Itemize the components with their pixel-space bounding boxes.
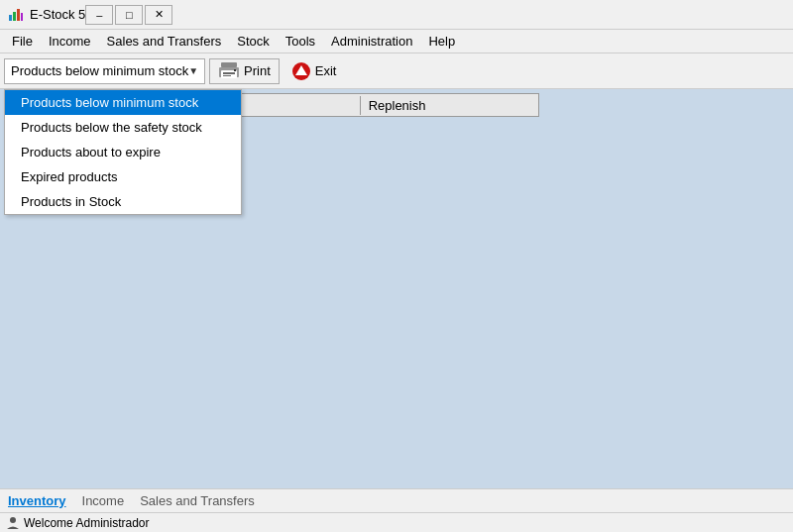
minimize-button[interactable]: – — [85, 5, 113, 25]
app-icon — [8, 7, 24, 23]
title-controls: – □ ✕ — [85, 5, 172, 25]
menu-stock[interactable]: Stock — [229, 30, 278, 53]
menu-administration[interactable]: Administration — [323, 30, 420, 53]
status-bar: Welcome Administrador — [0, 512, 793, 532]
close-button[interactable]: ✕ — [145, 5, 172, 25]
exit-label: Exit — [315, 63, 337, 78]
dropdown-item-below-safety[interactable]: Products below the safety stock — [5, 115, 241, 140]
print-button[interactable]: Print — [209, 58, 280, 84]
dropdown-item-below-min[interactable]: Products below minimum stock — [5, 90, 241, 115]
exit-icon — [291, 61, 311, 81]
svg-rect-2 — [17, 9, 20, 21]
menu-bar: File Income Sales and Transfers Stock To… — [0, 30, 793, 53]
printer-icon — [218, 62, 240, 80]
tab-sales-transfers[interactable]: Sales and Transfers — [136, 491, 259, 510]
svg-rect-1 — [13, 12, 16, 21]
maximize-button[interactable]: □ — [115, 5, 143, 25]
menu-sales-transfers[interactable]: Sales and Transfers — [99, 30, 230, 53]
svg-rect-9 — [234, 69, 236, 71]
dropdown-item-expired[interactable]: Expired products — [5, 164, 241, 189]
tab-inventory[interactable]: Inventory — [4, 491, 70, 510]
menu-tools[interactable]: Tools — [278, 30, 323, 53]
dropdown-arrow-icon: ▼ — [188, 65, 198, 76]
dropdown-menu: Products below minimum stock Products be… — [4, 89, 242, 215]
menu-income[interactable]: Income — [41, 30, 99, 53]
status-message: Welcome Administrador — [24, 516, 150, 530]
svg-rect-7 — [223, 72, 235, 74]
dropdown-item-about-expire[interactable]: Products about to expire — [5, 140, 241, 164]
svg-rect-4 — [221, 62, 237, 67]
toolbar: Products below minimum stock ▼ Print Exi… — [0, 53, 793, 89]
app-title: E-Stock 5 — [30, 7, 85, 22]
svg-rect-0 — [9, 15, 12, 21]
exit-button[interactable]: Exit — [283, 58, 345, 84]
col-replenish-header: Replenish — [361, 96, 538, 115]
menu-file[interactable]: File — [4, 30, 41, 53]
user-icon — [6, 516, 20, 530]
svg-point-12 — [10, 517, 16, 523]
report-dropdown[interactable]: Products below minimum stock ▼ — [4, 58, 205, 84]
dropdown-item-in-stock[interactable]: Products in Stock — [5, 189, 241, 214]
svg-rect-8 — [223, 75, 231, 76]
menu-help[interactable]: Help — [420, 30, 463, 53]
print-label: Print — [244, 63, 271, 78]
svg-rect-3 — [21, 13, 23, 21]
bottom-tabs: Inventory Income Sales and Transfers — [0, 488, 793, 512]
report-dropdown-label: Products below minimum stock — [11, 63, 188, 78]
title-bar: E-Stock 5 – □ ✕ — [0, 0, 793, 30]
tab-income[interactable]: Income — [78, 491, 129, 510]
